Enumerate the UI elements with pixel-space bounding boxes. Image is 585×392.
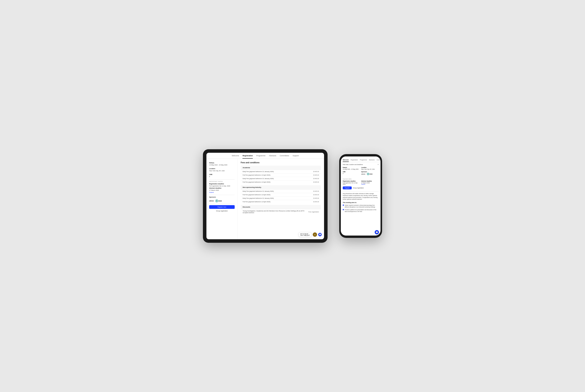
fee-row: Early Fee (payment before/on 31 January … [241,177,321,180]
phone-screen: Welcome Registration Programme Abstracts… [341,156,381,236]
phone-chat-button[interactable]: 💬 [375,230,379,234]
hide-dates-toggle[interactable]: Hide date, location and deadlines ∧ [343,164,379,165]
tablet-sidebar: Date(s) 13 May 2020 - 15 May 2020 Locati… [206,159,238,239]
fee-row: Full Fee (payment before/on 12 April 202… [241,200,321,204]
phone-status-bar [341,156,381,158]
phone-aim-2: Provide a platform for presentation and … [343,209,379,212]
tab-support[interactable]: Support [292,155,299,158]
phone-cme: CME 5 [343,171,360,177]
abstract-deadline-label: Abstract deadline [209,187,235,189]
phone-abbvie-logo: abbvie [361,173,365,175]
phone-submit-link[interactable]: Submit [361,184,365,185]
tablet-nav: Welcome Registration Programme Abstracts… [206,153,324,159]
discount-row: Young Investigators / Academia and IAS M… [241,209,321,214]
fee-row: Early Fee (payment before/on 31 January … [241,170,321,173]
non-sponsor-section: Non-sponsoring Industry Early Fee (payme… [241,185,321,204]
phone-sponsors: Sponsors abbvie MSD [361,171,379,177]
phone-aims-title: This meeting aims to: [343,202,379,203]
tablet-screen: Welcome Registration Programme Abstracts… [206,153,324,239]
tab-abstracts[interactable]: Abstracts [269,155,276,158]
cme-label: CME [209,174,235,175]
phone-deadline-block: Registration deadline Full registration … [343,180,379,185]
chat-bubble: Hi! I'm Nicole Can I help you? N 💬 [299,232,322,237]
phone-abstract-deadline: Abstract deadline 27 March 2020 Submit [361,180,379,185]
phone-reg-buttons: Register Group registration [343,186,379,190]
discounts-header: Discounts [241,205,321,209]
bullet-icon [343,209,344,210]
fee-row: Early Fee (payment before/on 31 January … [241,190,321,193]
tab-registration[interactable]: Registration [242,155,253,158]
phone-reg-deadline: Registration deadline Full registration … [343,180,360,185]
phone-info-grid: Date(s) 13 May 2020 - 15 May 2020 Locati… [343,167,379,177]
sponsors-container: abbvie MSD [209,200,235,202]
phone-important-dates: Important dates [343,178,379,180]
cme-value: 5 [209,176,235,178]
non-sponsor-header: Non-sponsoring Industry [241,185,321,190]
fee-row: Full Fee (payment before/on 12 April 202… [241,173,321,177]
dates-value: 13 May 2020 - 15 May 2020 [209,164,235,166]
phone-register-button[interactable]: Register [343,186,352,190]
reg-deadline-value: Full registration fee 12 Apr, 2020 [209,185,235,187]
sponsors-label: Sponsors [209,196,235,198]
academia-section: Academia Early Fee (payment before/on 31… [241,166,321,184]
phone-msd-logo: MSD [367,173,373,175]
chat-message: Hi! I'm Nicole Can I help you? [299,232,312,237]
fee-row: Full Fee (payment before/on 12 April 202… [241,193,321,196]
tab-committees[interactable]: Committees [280,155,289,158]
tablet-device: Welcome Registration Programme Abstracts… [203,149,328,243]
phone-device: Welcome Registration Programme Abstracts… [339,154,382,238]
tab-welcome[interactable]: Welcome [232,155,239,158]
msd-logo: MSD [215,200,222,202]
tablet-main-content: Fees and conditions Academia Early Fee (… [238,159,324,239]
phone-tab-registration[interactable]: Registration [351,159,358,162]
abstract-deadline-value: 27 March 2020 [209,190,235,191]
phone-sponsors-logos: abbvie MSD [361,173,379,175]
scene: Welcome Registration Programme Abstracts… [191,138,394,254]
phone-nav: Welcome Registration Programme Abstracts… [341,158,381,162]
important-dates-label: Important dates [209,181,235,182]
phone-body-text: drug interactions will enable clinicians… [343,193,379,200]
academia-header: Academia [241,166,321,170]
phone-tab-abstracts[interactable]: Abstracts [369,159,375,162]
phone-location: Location New York City, NY, USA [361,167,379,170]
chat-avatar: N [313,232,317,237]
tablet-body: Date(s) 13 May 2020 - 15 May 2020 Locati… [206,159,324,239]
register-button[interactable]: Register here [209,205,235,209]
phone-tab-committees[interactable]: Comm... [377,159,381,162]
reg-deadline-label: Registration deadline [209,183,235,185]
submit-link[interactable]: Submit [209,192,214,193]
phone-group-registration-link[interactable]: Group registration [353,187,364,188]
location-label: Location [209,168,235,170]
fees-title: Fees and conditions [241,162,321,164]
phone-aim-1: Gather experts involved in clinical phar… [343,204,379,208]
fee-row: Full Fee (payment before/on 12 April 202… [241,180,321,184]
location-value: New York City, NY, USA [209,170,235,172]
fee-row: Early Fee (payment before/on 31 January … [241,196,321,200]
chat-open-button[interactable]: 💬 [318,233,322,236]
discounts-section: Discounts Young Investigators / Academia… [241,205,321,214]
abbvie-logo: abbvie [209,200,214,202]
dates-label: Date(s) [209,162,235,164]
phone-tab-welcome[interactable]: Welcome [343,159,349,162]
phone-content: Hide date, location and deadlines ∧ Date… [341,162,381,236]
bullet-icon [343,204,344,206]
tab-programme[interactable]: Programme [256,155,265,158]
phone-dates: Date(s) 13 May 2020 - 15 May 2020 [343,167,360,170]
phone-tab-programme[interactable]: Programme [360,159,367,162]
group-registration-link[interactable]: Group registration [209,210,235,212]
